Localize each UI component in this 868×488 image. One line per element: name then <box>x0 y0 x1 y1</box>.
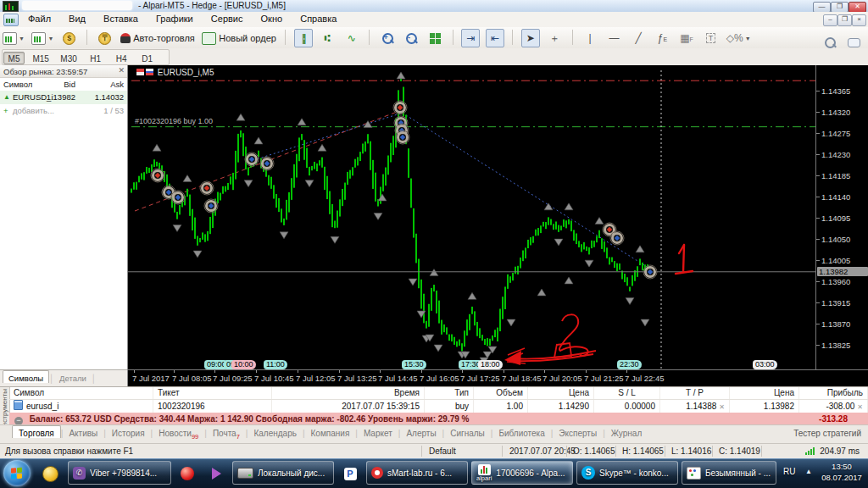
status-close: C: 1.14019 <box>719 446 760 456</box>
menu-window[interactable]: Окно <box>253 12 291 24</box>
kmplayer-icon[interactable] <box>203 463 229 485</box>
trendline-button[interactable]: ╱ <box>629 29 648 47</box>
chart-area[interactable]: EURUSD_i,M5 #1002320196 buy 1.00 1.14365… <box>127 65 868 386</box>
menu-tools[interactable]: Сервис <box>203 12 251 24</box>
chart-window-icon[interactable] <box>3 14 19 26</box>
status-low: L: 1.14016 <box>671 446 711 456</box>
tf-m5[interactable]: M5 <box>3 52 25 64</box>
remove-tp-icon[interactable]: ✕ <box>719 403 725 411</box>
taskbar-app-explorer[interactable]: Локальный дис... <box>232 461 334 485</box>
child-restore-button[interactable]: ❐ <box>837 14 852 26</box>
time-axis[interactable]: 7 Jul 20177 Jul 08:057 Jul 09:257 Jul 10… <box>128 369 868 386</box>
close-position-icon[interactable]: ✕ <box>857 403 863 411</box>
horizontal-line-button[interactable]: — <box>605 29 624 47</box>
toolbox-tab-1[interactable]: Активы <box>63 425 103 438</box>
crosshair-button[interactable]: ＋ <box>545 29 564 47</box>
new-order-button[interactable]: Новый ордер <box>201 29 277 47</box>
price-bar <box>568 219 570 225</box>
strategy-tester-label[interactable]: Тестер стратегий <box>793 429 861 438</box>
taskbar-app-viber[interactable]: ✆Viber +7989814... <box>68 461 171 485</box>
arrows-button[interactable]: ◇%▼ <box>726 29 752 47</box>
th-volume[interactable]: Объем <box>474 387 528 399</box>
child-minimize-button[interactable]: – <box>823 14 837 26</box>
th-ticket[interactable]: Тикет <box>153 387 272 399</box>
tf-h1[interactable]: H1 <box>85 52 106 64</box>
bar-chart-button[interactable]: |¦| <box>294 29 313 47</box>
zoom-in-button[interactable]: + <box>378 29 397 47</box>
toolbox-tab-9[interactable]: Сигналы <box>444 425 491 438</box>
zoom-out-button[interactable]: - <box>402 29 420 47</box>
auto-scroll-button[interactable]: ⇥ <box>461 29 480 47</box>
tf-m30[interactable]: M30 <box>57 52 80 64</box>
chart-canvas[interactable] <box>128 65 868 386</box>
text-label-button[interactable]: T <box>701 29 720 47</box>
price-bar <box>217 192 219 203</box>
th-profit[interactable]: Прибыль <box>799 387 868 399</box>
profiles-button[interactable]: ▼ <box>31 29 54 47</box>
tab-symbols[interactable]: Символы <box>3 370 49 383</box>
p-app-icon[interactable]: Р <box>337 463 363 485</box>
market-watch-header[interactable]: Обзор рынка: 23:59:57 ✕ <box>0 65 127 78</box>
th-time[interactable]: Время <box>272 387 425 399</box>
position-row[interactable]: eurusd_i 1002320196 2017.07.07 15:39:15 … <box>9 400 868 413</box>
language-indicator[interactable]: RU <box>783 467 795 476</box>
fibonacci-button[interactable]: ƒE <box>654 29 672 47</box>
toolbox-tab-6[interactable]: Компания <box>305 425 356 438</box>
add-symbol-row[interactable]: + добавить... 1 / 53 <box>0 104 127 117</box>
menu-file[interactable]: Файл <box>20 12 58 24</box>
close-icon[interactable]: ✕ <box>118 66 125 75</box>
webmoney-icon[interactable] <box>37 463 63 485</box>
record-icon[interactable] <box>175 463 200 485</box>
deposit-button[interactable]: $ <box>60 29 79 47</box>
tab-details[interactable]: Детали <box>54 371 92 383</box>
tf-d1[interactable]: D1 <box>136 52 158 64</box>
toolbox-tab-3[interactable]: Новости99 <box>153 425 204 441</box>
menu-view[interactable]: Вид <box>61 12 93 24</box>
tray-expand-icon[interactable]: ▲ <box>805 468 812 475</box>
symbol-row-eurusd[interactable]: ▲ EURUSD_i 1.13982 1.14032 <box>0 91 127 104</box>
status-profile[interactable]: Default <box>429 446 456 456</box>
objects-grid-button[interactable]: ▦F <box>677 29 696 47</box>
th-symbol[interactable]: Символ <box>9 387 153 399</box>
price-axis[interactable]: 1.143651.143201.142751.142301.141851.141… <box>815 65 868 370</box>
taskbar-app-skype[interactable]: SSkype™ - konko... <box>576 461 678 485</box>
toolbox-tab-5[interactable]: Календарь <box>248 425 302 438</box>
cursor-button[interactable]: ➤ <box>521 29 540 47</box>
tile-windows-button[interactable] <box>426 29 445 47</box>
th-tp[interactable]: T / P <box>660 387 730 399</box>
toolbox-tab-2[interactable]: История <box>106 425 151 438</box>
auto-trading-button[interactable]: Авто-торговля <box>120 29 196 47</box>
th-current-price[interactable]: Цена <box>730 387 799 399</box>
tf-m15[interactable]: M15 <box>29 52 52 64</box>
th-sl[interactable]: S / L <box>594 387 660 399</box>
child-close-button[interactable]: × <box>852 14 866 26</box>
taskbar-app-opera[interactable]: sMart-lab.ru - 6... <box>366 461 468 485</box>
chart-shift-button[interactable]: ⇤ <box>486 29 504 47</box>
taskbar-app-alpari[interactable]: alpari17006696 - Alpa... <box>471 461 573 485</box>
toolbox-tab-11[interactable]: Эксперты <box>553 425 603 438</box>
candle-chart-button[interactable]: ⑆ <box>318 29 337 47</box>
menu-help[interactable]: Справка <box>292 12 344 24</box>
price-tick: 1.13825 <box>821 341 850 350</box>
connection-status[interactable]: 204.97 ms <box>805 446 860 457</box>
toolbox-tab-10[interactable]: Библиотека <box>492 425 550 438</box>
tf-h4[interactable]: H4 <box>111 52 132 64</box>
toolbox-tab-12[interactable]: Журнал <box>605 425 648 438</box>
toolbox-tab-trade[interactable]: Торговля <box>12 425 61 438</box>
new-chart-button[interactable]: ▼ <box>2 29 25 47</box>
th-type[interactable]: Тип <box>425 387 474 399</box>
taskbar-app-paint[interactable]: Безымянный - ... <box>682 461 776 485</box>
chart-symbol-label: EURUSD_i,M5 <box>158 68 214 77</box>
toolbox-tab-7[interactable]: Маркет <box>358 425 398 438</box>
start-button[interactable] <box>3 460 31 486</box>
menu-charts[interactable]: Графики <box>148 12 201 24</box>
taskbar-clock[interactable]: 13:50 08.07.2017 <box>817 461 866 483</box>
th-price[interactable]: Цена <box>528 387 594 399</box>
toolbox-tab-4[interactable]: Почта7 <box>207 425 246 441</box>
menu-insert[interactable]: Вставка <box>96 12 146 24</box>
toolbox-tab-8[interactable]: Алерты <box>400 425 442 438</box>
title-bar[interactable]: - Alpari-MT5 - Hedge - [EURUSD_i,M5] — ❐… <box>0 0 868 13</box>
line-chart-button[interactable]: ∿ <box>342 29 361 47</box>
vertical-line-button[interactable]: | <box>581 29 599 47</box>
funds-button[interactable]: ₸ <box>96 29 114 47</box>
